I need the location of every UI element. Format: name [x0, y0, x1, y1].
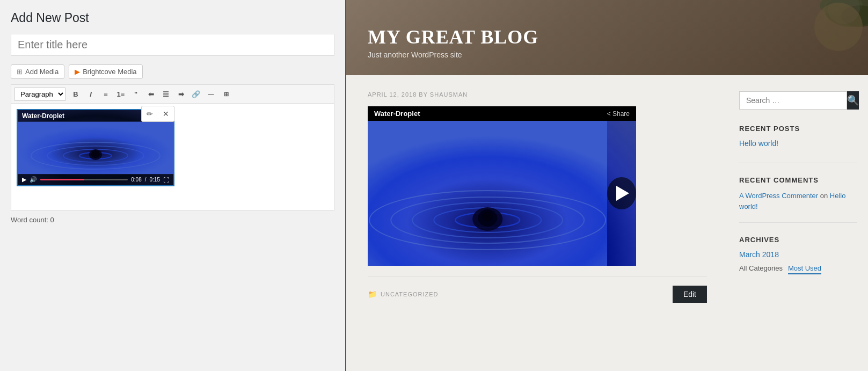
post-title-input[interactable] [11, 34, 334, 56]
video-edit-button[interactable]: ✏ [142, 106, 158, 121]
blog-subtitle: Just another WordPress site [368, 50, 847, 59]
most-used-tab[interactable]: Most Used [788, 263, 821, 274]
editor-content-area[interactable]: ✏ ✕ Water-Droplet < Share [11, 103, 334, 210]
post-video-thumbnail[interactable] [368, 121, 636, 266]
blog-main: April 12, 2018 by shausman Water-Droplet… [346, 75, 728, 328]
recent-posts-title: Recent Posts [739, 125, 857, 133]
more-button[interactable]: — [204, 87, 218, 101]
time-separator: / [145, 177, 147, 183]
blog-header: MY GREAT BLOG Just another WordPress sit… [346, 0, 868, 75]
editor-panel: Add New Post ⊞ Add Media ▶ Brightcove Me… [0, 0, 346, 371]
brightcove-label: Brightcove Media [83, 68, 136, 76]
play-button-large[interactable] [607, 177, 636, 209]
archives-title: Archives [739, 236, 857, 244]
recent-comment-text: A WordPress Commenter on Hello world! [739, 191, 857, 212]
recent-post-link-1[interactable]: Hello world! [739, 139, 857, 148]
post-footer: 📁 Uncategorized Edit [368, 277, 707, 311]
paragraph-select[interactable]: Paragraph [14, 88, 65, 101]
link-button[interactable]: 🔗 [189, 87, 203, 101]
fullscreen-button-small[interactable]: ⛶ [163, 177, 169, 183]
progress-fill [40, 179, 84, 180]
bold-button[interactable]: B [69, 87, 83, 101]
brightcove-media-button[interactable]: ▶ Brightcove Media [69, 64, 142, 79]
post-meta: April 12, 2018 by shausman [368, 91, 707, 98]
table-button[interactable]: ⊞ [219, 87, 233, 101]
sidebar-archives: Archives March 2018 All Categories Most … [739, 236, 857, 285]
svg-point-6 [91, 150, 100, 158]
align-center-button[interactable]: ☰ [159, 87, 173, 101]
recent-comments-title: Recent Comments [739, 176, 857, 184]
svg-rect-12 [368, 121, 607, 266]
category-tabs: All Categories Most Used [739, 263, 857, 274]
align-right-button[interactable]: ➡ [174, 87, 188, 101]
blockquote-button[interactable]: " [129, 87, 143, 101]
play-triangle-icon [616, 186, 629, 201]
total-time: 0:15 [150, 177, 160, 183]
category-folder-icon: 📁 [368, 290, 377, 299]
search-box: 🔍 [739, 91, 857, 110]
post-video-share-link[interactable]: < Share [607, 110, 630, 118]
svg-point-20 [482, 212, 493, 221]
play-button-small[interactable]: ▶ [22, 176, 26, 183]
all-categories-tab[interactable]: All Categories [739, 263, 783, 274]
post-ripple-svg [368, 121, 607, 266]
add-media-icon: ⊞ [17, 68, 23, 76]
add-media-button[interactable]: ⊞ Add Media [11, 64, 64, 79]
post-category: 📁 Uncategorized [368, 290, 439, 299]
video-popup-toolbar: ✏ ✕ [141, 106, 174, 122]
progress-bar[interactable] [40, 179, 128, 180]
italic-button[interactable]: I [84, 87, 98, 101]
archive-link-1[interactable]: March 2018 [739, 250, 857, 259]
post-video-title: Water-Droplet [374, 110, 420, 118]
page-title: Add New Post [11, 11, 334, 25]
ripple-svg [18, 121, 173, 174]
blog-sidebar: 🔍 Recent Posts Hello world! Recent Comme… [728, 75, 868, 328]
ordered-list-button[interactable]: 1≡ [114, 87, 128, 101]
svg-rect-0 [18, 121, 173, 174]
search-button[interactable]: 🔍 [847, 91, 859, 110]
add-media-label: Add Media [25, 68, 59, 76]
unordered-list-button[interactable]: ≡ [99, 87, 113, 101]
video-remove-button[interactable]: ✕ [158, 106, 174, 121]
media-buttons-bar: ⊞ Add Media ▶ Brightcove Media [11, 64, 334, 79]
blog-title: MY GREAT BLOG [368, 26, 847, 48]
blog-header-content: MY GREAT BLOG Just another WordPress sit… [368, 26, 847, 59]
search-input[interactable] [739, 91, 847, 110]
current-time: 0:08 [131, 177, 141, 183]
volume-button-small[interactable]: 🔊 [30, 176, 37, 183]
comment-on-text: on [820, 192, 830, 200]
category-label: Uncategorized [381, 291, 439, 297]
video-embed-container: ✏ ✕ Water-Droplet < Share [17, 109, 174, 186]
sidebar-recent-posts: Recent Posts Hello world! [739, 125, 857, 163]
blog-content: April 12, 2018 by shausman Water-Droplet… [346, 75, 868, 328]
post-video-title-bar: Water-Droplet < Share [368, 106, 636, 121]
post-video-container: Water-Droplet < Share [368, 106, 636, 266]
preview-panel: MY GREAT BLOG Just another WordPress sit… [346, 0, 868, 371]
brightcove-icon: ▶ [75, 68, 80, 76]
video-controls: ▶ 🔊 0:08 / 0:15 ⛶ [18, 174, 173, 185]
sidebar-recent-comments: Recent Comments A WordPress Commenter on… [739, 176, 857, 223]
video-title: Water-Droplet [22, 112, 64, 120]
editor-toolbar: Paragraph B I ≡ 1≡ " ⬅ ☰ ➡ 🔗 — ⊞ [11, 84, 334, 103]
commenter-link[interactable]: A WordPress Commenter [739, 192, 818, 200]
align-left-button[interactable]: ⬅ [144, 87, 158, 101]
edit-post-button[interactable]: Edit [673, 286, 707, 303]
word-count: Word count: 0 [11, 216, 334, 224]
search-icon: 🔍 [847, 94, 859, 106]
